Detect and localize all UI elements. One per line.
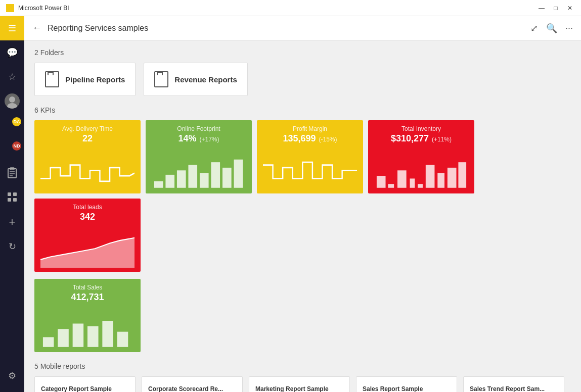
kpi-total-sales[interactable]: Total Sales 412,731 [34,279,141,352]
back-button[interactable]: ← [32,23,41,33]
sidebar-item-nd[interactable]: ND [0,137,24,162]
kpi-title: Total leads [40,204,135,211]
kpi-title: Total Sales [40,284,135,291]
kpi-title: Online Footprint [152,125,246,132]
content-area: ← Reporting Services samples ⤢ 🔍 ··· 2 F… [24,16,581,392]
page-title: Reporting Services samples [48,24,148,33]
star-icon: ☆ [8,71,16,82]
sidebar-item-reports[interactable] [0,162,24,186]
folder-pipeline[interactable]: Pipeline Reports [34,63,136,96]
kpi-delta: (+17%) [200,136,219,143]
svg-rect-32 [87,326,99,347]
report-title: Category Report Sample [35,377,135,392]
expand-icon[interactable]: ⤢ [530,23,538,34]
da-badge: DA [12,117,21,126]
svg-rect-27 [458,162,466,188]
search-icon[interactable]: 🔍 [546,23,557,34]
nd-badge: ND [12,141,21,151]
svg-rect-20 [388,184,394,188]
sidebar-item-profile[interactable] [0,89,24,113]
kpi-avg-delivery[interactable]: Avg. Delivery Time 22 [34,120,141,193]
sidebar-item-apps[interactable] [0,186,24,210]
sidebar-item-refresh[interactable]: ↻ [0,234,24,259]
app-icon [6,4,14,12]
kpi-main-value: $310,277 [391,133,429,144]
report-title: Sales Report Sample [356,377,457,392]
svg-rect-19 [377,176,386,188]
svg-rect-9 [8,198,11,202]
mobile-reports-grid: Category Report Sample 16.1% [34,376,571,392]
header: ← Reporting Services samples ⤢ 🔍 ··· [24,16,581,40]
hamburger-button[interactable]: ☰ [0,16,24,40]
sidebar-item-chat[interactable]: 💬 [0,40,24,65]
minimize-button[interactable]: — [537,3,547,13]
report-category[interactable]: Category Report Sample 16.1% [34,376,136,392]
svg-rect-14 [188,165,197,188]
svg-point-1 [7,103,17,109]
report-marketing[interactable]: Marketing Report Sample 5,067 [249,376,350,392]
svg-rect-24 [426,165,435,188]
sidebar-item-favorites[interactable]: ☆ [0,65,24,89]
svg-rect-16 [211,162,220,188]
report-corporate[interactable]: Corporate Scorecard Re... [142,376,243,392]
sidebar-bottom: ⚙ [0,364,24,392]
folder-icon [45,71,59,87]
svg-rect-13 [177,170,186,187]
folder-revenue-label: Revenue Reports [174,75,237,84]
kpi-online-footprint[interactable]: Online Footprint 14% (+17%) [146,120,252,193]
kpi-title: Avg. Delivery Time [40,125,135,132]
svg-rect-29 [43,337,54,347]
app-title: Microsoft Power BI [18,5,69,12]
header-actions: ⤢ 🔍 ··· [530,23,573,34]
kpi-delta: (-15%) [319,136,337,143]
folder-icon-2 [154,71,168,87]
svg-rect-21 [397,170,407,187]
title-bar: Microsoft Power BI — □ ✕ [0,0,581,16]
kpi-title: Profit Margin [263,125,357,132]
hamburger-icon: ☰ [8,23,16,34]
kpi-main-value: 135,699 [283,133,316,144]
report-sales-trend[interactable]: Sales Trend Report Sam... $42,154,932 [463,376,564,392]
chat-icon: 💬 [7,47,18,58]
sidebar-item-settings[interactable]: ⚙ [0,364,24,388]
main-content: 2 Folders Pipeline Reports Revenue Repor… [24,40,581,392]
report-title: Corporate Scorecard Re... [142,377,242,392]
sidebar-item-da[interactable]: DA [0,113,24,137]
svg-rect-33 [102,321,113,347]
maximize-button[interactable]: □ [551,3,561,13]
report-sales[interactable]: Sales Report Sample $9,681,000 -$6,230,3… [356,376,457,392]
kpi-total-inventory[interactable]: Total Inventory $310,277 (+11%) [368,120,474,193]
folder-pipeline-label: Pipeline Reports [65,75,125,84]
svg-rect-10 [13,198,17,202]
kpi-delta: (+11%) [432,136,452,143]
report-title: Marketing Report Sample [249,377,349,392]
kpi-total-leads[interactable]: Total leads 342 [34,199,141,272]
sidebar-item-add[interactable]: + [0,210,24,234]
sidebar: ☰ 💬 ☆ DA ND + [0,16,24,392]
add-icon: + [9,216,16,229]
refresh-icon: ↻ [9,241,16,252]
close-button[interactable]: ✕ [565,3,575,13]
svg-rect-11 [154,181,163,188]
svg-rect-34 [117,332,128,347]
svg-rect-26 [448,168,457,188]
folders-label: 2 Folders [34,48,571,57]
folder-revenue[interactable]: Revenue Reports [144,63,247,96]
svg-rect-18 [234,160,243,188]
svg-rect-7 [8,192,11,196]
svg-rect-17 [222,168,232,188]
kpi-main-value: 22 [82,133,93,144]
kpi-profit-margin[interactable]: Profit Margin 135,699 (-15%) [257,120,363,193]
clipboard-icon [7,167,17,181]
svg-rect-30 [58,329,69,347]
svg-rect-25 [437,173,444,188]
svg-rect-12 [165,175,174,188]
avatar [5,93,20,109]
apps-icon [7,192,17,205]
report-title: Sales Trend Report Sam... [464,377,564,392]
kpi-main-value: 412,731 [71,292,104,303]
mobile-reports-label: 5 Mobile reports [34,362,571,370]
more-icon[interactable]: ··· [565,23,573,33]
svg-point-0 [9,96,15,103]
svg-marker-28 [40,238,135,268]
